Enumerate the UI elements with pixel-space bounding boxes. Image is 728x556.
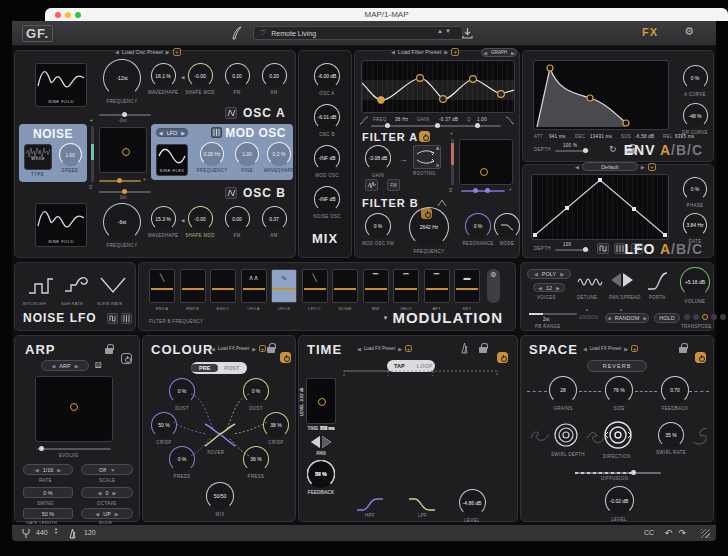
osc-preset-selector[interactable]: ◀ Load Osc Preset ▶ +	[115, 48, 181, 56]
resize-grip[interactable]	[701, 529, 710, 538]
arp-scale-selector[interactable]: Off▼	[81, 464, 133, 475]
time-tap-loop-toggle[interactable]: TAP LOOP	[387, 360, 435, 372]
mod-slot[interactable]: ENV B	[180, 269, 206, 311]
preset-selector[interactable]: ♡ Remote Living	[253, 26, 463, 40]
tuning-value[interactable]: 440	[36, 529, 48, 536]
mod-osc-waveshape-knob[interactable]: 0.2 % WAVESHAPE	[264, 142, 294, 173]
pan-spread-icon[interactable]	[611, 273, 633, 287]
arp-power-button[interactable]	[121, 353, 132, 364]
lpf-icon[interactable]	[407, 496, 437, 512]
colour-left-crisp-knob[interactable]: 50 % CRISP	[149, 412, 179, 445]
eq-param-slider[interactable]	[371, 125, 501, 127]
post-option[interactable]: POST	[218, 364, 245, 372]
env-depth-slider[interactable]	[555, 150, 589, 152]
mod-slot[interactable]: ╲ LFO C	[302, 269, 328, 311]
osc-mix-vertical-slider[interactable]: +	[91, 126, 94, 182]
env-attack-curve-knob[interactable]: 0 % A CURVE	[679, 65, 711, 97]
lfo-depth-slider[interactable]	[555, 249, 589, 251]
osc-b-am-knob[interactable]: 0.37 AM	[260, 206, 288, 238]
arp-type-selector[interactable]: ◀ARP▶	[41, 360, 89, 371]
cc-button[interactable]: CC	[644, 529, 654, 536]
lfo-rate-knob[interactable]: 3.84 Hz RATE	[679, 213, 711, 244]
time-power-button[interactable]	[497, 352, 508, 363]
modulation-title-row[interactable]: ▼ MODULATION	[383, 309, 504, 326]
noise-type-display[interactable]: White	[24, 144, 52, 170]
menu-icon2[interactable]: ≡	[449, 187, 453, 193]
noise-lfo-keys-icon[interactable]	[121, 313, 132, 324]
sh-rate-icon[interactable]	[63, 271, 91, 299]
arp-gate-field[interactable]: 50 %	[23, 508, 73, 519]
mix-osc-b-knob[interactable]: -6.01 dB OSC B	[312, 104, 342, 137]
lfo-preset-selector[interactable]: ◀ Default ▶ +	[575, 162, 656, 171]
tap-pan-icon[interactable]	[311, 435, 331, 449]
colour-left-press-knob[interactable]: 0 % PRESS	[167, 446, 197, 479]
osc-b-frequency-knob[interactable]: -6st FREQUENCY	[101, 203, 143, 248]
preset-prev-icon[interactable]: ▲	[437, 28, 445, 34]
time-lock-icon[interactable]	[479, 347, 487, 353]
filter-a-gain-knob[interactable]: -3.08 dB GAIN	[363, 145, 393, 178]
time-level-knob[interactable]: -4.86 dB LEVEL	[455, 489, 489, 523]
mod-slot[interactable]: ∧∧ LFO A	[241, 269, 267, 311]
swirl-depth-icon[interactable]	[551, 420, 581, 450]
colour-power-button[interactable]	[280, 352, 291, 363]
menu-icon[interactable]: ≡	[89, 184, 93, 190]
modulation-dropdown-icon[interactable]: ▼	[383, 315, 389, 321]
tuning-stepper[interactable]: ▲▼	[54, 527, 58, 534]
hpf-icon[interactable]	[355, 496, 385, 512]
tempo-value[interactable]: 120	[84, 529, 96, 536]
detune-icon[interactable]	[577, 275, 603, 289]
pre-option[interactable]: PRE	[191, 364, 218, 372]
prev-icon[interactable]: ◀	[115, 49, 119, 55]
osc-a-fm-knob[interactable]: 0.20 FM	[223, 63, 251, 95]
tuning-fork-icon[interactable]	[22, 528, 30, 539]
colour-lock-icon[interactable]	[267, 347, 275, 353]
osc-xy-h-slider[interactable]	[99, 180, 141, 182]
filter-b-frequency-knob[interactable]: 2642 Hz FREQUENCY	[407, 207, 451, 254]
settings-gear-icon[interactable]: ⚙	[684, 25, 694, 38]
filter-b-modosc-fm-knob[interactable]: 0 % MOD OSC FM	[361, 213, 395, 246]
poly-mode-selector[interactable]: ◀POLY▶	[527, 269, 571, 279]
filter-preset-selector[interactable]: ◀Load Filter Preset▶ +	[391, 48, 459, 56]
osc-a-shapemod-knob[interactable]: -0.00 SHAPE MOD	[186, 63, 214, 95]
arp-octave-selector[interactable]: ◀0▶	[81, 487, 133, 498]
filter-b-mode-knob[interactable]: MODE	[493, 213, 521, 246]
mix-mod-osc-knob[interactable]: -INF dB MOD OSC	[312, 145, 342, 178]
colour-preset-selector[interactable]: ◀Load FX Preset▶ +	[211, 345, 266, 352]
space-feedback-knob[interactable]: 0.70 FEEDBACK	[659, 376, 691, 411]
filter-xy-v-slider[interactable]: +	[451, 139, 454, 185]
osc-a-wave-display[interactable]: SINE FOLD	[35, 63, 87, 107]
space-lock-icon[interactable]	[679, 347, 687, 353]
filter-noise-route-icon[interactable]	[365, 179, 378, 191]
osc-b-fm-knob[interactable]: 0.00 FM	[223, 206, 251, 238]
tap-xy-pad[interactable]: LEVEL -0.02 dB	[306, 378, 336, 424]
arp-evolve-slider[interactable]	[37, 448, 111, 450]
space-power-button[interactable]	[695, 352, 706, 363]
redo-icon[interactable]: ↷	[678, 528, 686, 538]
filter-a-power-button[interactable]	[419, 131, 430, 142]
osc-a-am-knob[interactable]: 0.20 AM	[260, 63, 288, 95]
osc-b-wave-display[interactable]: SINE FOLD	[35, 203, 87, 247]
mod-osc-fine-knob[interactable]: 1.00 FINE	[232, 142, 262, 173]
voices-count-selector[interactable]: ◀12▶	[533, 283, 565, 292]
random-selector[interactable]: ◀RANDOM▶	[605, 313, 649, 323]
time-sync-metronome-icon[interactable]	[459, 342, 470, 354]
mod-slot[interactable]: ▔ MW	[363, 269, 389, 311]
filter-b-resonance-knob[interactable]: 0 % RESONANCE	[461, 213, 495, 246]
arp-lock-icon[interactable]	[105, 348, 113, 354]
space-size-knob[interactable]: 76 % SIZE	[603, 376, 635, 411]
space-preset-selector[interactable]: ◀Load FX Preset▶ +	[583, 345, 638, 352]
filter-eq-graph[interactable]	[361, 60, 515, 113]
keytrack-icon[interactable]	[211, 127, 222, 138]
env-graph[interactable]	[533, 60, 669, 130]
tap-feedback-knob[interactable]: 54 % FEEDBACK	[307, 460, 335, 495]
mod-slot[interactable]: ▔ AFT	[424, 269, 450, 311]
osc-a-waveshape-knob[interactable]: 16.1 % WAVESHAPE	[149, 63, 177, 95]
tap-option[interactable]: TAP	[387, 362, 412, 370]
mod-osc-frequency-knob[interactable]: 0.28 Hz FREQUENCY	[197, 142, 227, 173]
osc-xy-pad[interactable]	[99, 127, 147, 173]
arp-dice-icon[interactable]: ⚄	[95, 361, 102, 370]
fx-button[interactable]: FX	[642, 26, 658, 38]
save-filter-preset-icon[interactable]: +	[451, 48, 459, 56]
osc-b-waveshape-knob[interactable]: 15.3 % WAVESHAPE	[149, 206, 177, 238]
save-preset-icon[interactable]	[462, 27, 473, 39]
